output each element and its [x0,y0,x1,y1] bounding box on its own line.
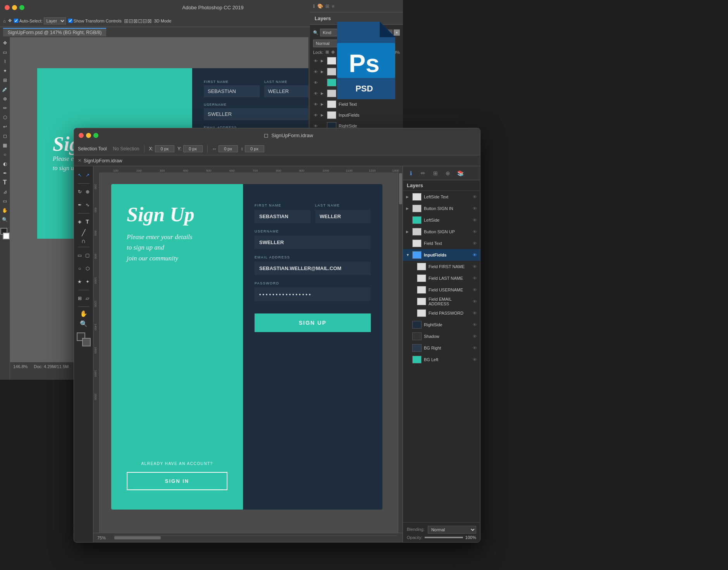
idraw-canvas[interactable]: Sign Up Please enter your details to sig… [100,172,398,533]
ps-path-tool[interactable]: ⊿ [1,188,9,196]
idraw-w-input[interactable] [219,145,238,152]
idraw-layer-leftside-text[interactable]: ▶ LeftSide Text 👁 [403,191,480,203]
idraw-layer-shadow[interactable]: Shadow 👁 [403,331,480,342]
idraw-lastname-input[interactable]: WELLER [315,210,371,223]
minimize-button[interactable] [12,5,17,10]
ps-dodge-tool[interactable]: ◐ [1,160,9,168]
idraw-username-input[interactable]: SWELLER [255,236,371,249]
ps-blur-tool[interactable]: ○ [1,150,9,159]
idraw-component-icon[interactable]: ⊕ [443,169,453,178]
idraw-firstname-input[interactable]: SEBASTIAN [255,210,310,223]
move-tool-icon[interactable]: ✥ [8,18,12,23]
idraw-layer-inputfields[interactable]: ▼ InputFields 👁 [403,249,480,261]
ps-zoom-tool[interactable]: 🔍 [1,215,9,224]
idraw-vis-icon[interactable]: 👁 [473,276,477,281]
layer-vis-icon[interactable]: 👁 [313,58,318,64]
idraw-zoom-tool[interactable]: 🔍 [77,319,91,328]
idraw-expand-icon[interactable]: ▼ [406,253,410,257]
idraw-vis-icon[interactable]: 👁 [473,229,477,234]
idraw-maximize-button[interactable] [93,133,98,138]
idraw-scale-tool[interactable]: ⊕ [84,186,91,198]
ps-stamp-tool[interactable]: ⬡ [1,113,9,122]
idraw-layer-field-firstname[interactable]: Field FIRST NAME 👁 [403,261,480,272]
idraw-layer-button-signin[interactable]: ▶ Button SIGN IN 👁 [403,203,480,214]
idraw-pen-tool[interactable]: ✒ [76,199,83,211]
idraw-layer-bgright[interactable]: BG Right 👁 [403,342,480,354]
idraw-vis-icon[interactable]: 👁 [473,357,477,362]
idraw-x-input[interactable] [155,145,174,152]
idraw-curve-tool[interactable]: ∩ [77,238,91,245]
idraw-vis-icon[interactable]: 👁 [473,299,477,304]
idraw-layer-rightside[interactable]: RightSide 👁 [403,319,480,331]
ps-gradient-tool[interactable]: ▦ [1,141,9,150]
idraw-vis-icon[interactable]: 👁 [473,206,477,211]
lock-pixel-icon[interactable]: ⊞ [325,50,329,55]
layer-item-field-text[interactable]: 👁 ▶ Field Text [310,99,403,110]
ps-healing-tool[interactable]: ⊕ [1,95,9,103]
ps-eyedropper-tool[interactable]: 💉 [1,85,9,94]
idraw-star-tool[interactable]: ★ [76,276,83,288]
idraw-ellipse-tool[interactable]: ○ [76,263,83,274]
ps-shape-tool[interactable]: ▭ [1,197,9,205]
layer-item-inputfields[interactable]: 👁 ▶ InputFields [310,110,403,121]
ps-magic-wand-tool[interactable]: ✦ [1,67,9,75]
idraw-polygon-tool[interactable]: ⬡ [84,263,91,274]
ps-document-tab[interactable]: SignUpForm.psd @ 147% (BG Right, RGB/8) [3,28,106,36]
ps-brush-tool[interactable]: ✏ [1,104,9,112]
ps-eraser-tool[interactable]: ◻ [1,132,9,140]
idraw-vis-icon[interactable]: 👁 [473,311,477,315]
idraw-stroke-swatch[interactable] [82,338,91,346]
idraw-color-swatches[interactable] [77,332,91,346]
idraw-v-scrollbar[interactable] [398,172,403,533]
idraw-hand-tool[interactable]: ✋ [77,309,91,318]
ps-marquee-tool[interactable]: ▭ [1,48,9,57]
idraw-bezier-tool[interactable]: ∿ [84,199,91,211]
layer-vis-icon[interactable]: 👁 [313,80,318,85]
ps-panel-layers-icon[interactable]: ≡ [332,3,334,9]
idraw-vis-icon[interactable]: 👁 [473,253,477,257]
ps-username-input[interactable]: SWELLER [204,108,308,120]
idraw-vector-tool[interactable]: ⊞ [76,293,83,304]
maximize-button[interactable] [19,5,24,10]
idraw-grid-icon[interactable]: ⊞ [431,169,440,178]
idraw-h-scrollbar[interactable] [114,536,397,540]
idraw-h-scroll-thumb[interactable] [114,536,161,539]
idraw-vis-icon[interactable]: 👁 [473,322,477,327]
idraw-layer-button-signup[interactable]: ▶ Button SIGN UP 👁 [403,226,480,238]
layer-select[interactable]: Layer Group [44,17,66,24]
idraw-h-input[interactable] [245,145,264,152]
ps-pen-tool[interactable]: ✒ [1,169,9,177]
idraw-y-input[interactable] [183,145,203,152]
3d-mode[interactable]: 3D Mode [154,19,172,23]
idraw-rect-tool[interactable]: ▭ [76,250,83,261]
layer-expand-icon[interactable]: ▶ [321,91,325,95]
idraw-direct-select-tool[interactable]: ↗ [84,169,91,181]
idraw-pattern-tool[interactable]: ◈ [76,216,83,227]
layer-vis-icon[interactable]: 👁 [313,112,318,118]
idraw-layer-field-password[interactable]: Field PASSWORD 👁 [403,307,480,319]
idraw-tab-name[interactable]: SignUpForm.idraw [84,158,122,164]
ps-text-tool[interactable]: T [1,178,9,187]
ps-panel-color-icon[interactable]: 🎨 [317,3,323,9]
layer-expand-icon[interactable]: ▶ [321,102,325,106]
idraw-vis-icon[interactable]: 👁 [473,346,477,350]
auto-select-checkbox[interactable] [14,19,18,23]
show-transform-checkbox[interactable] [68,19,72,23]
idraw-style-icon[interactable]: ✏ [418,169,428,178]
ps-panel-grid-icon[interactable]: ⊞ [325,3,329,9]
ps-color-swatch[interactable] [0,228,10,239]
home-icon[interactable]: ⌂ [3,19,6,23]
idraw-layer-field-lastname[interactable]: Field LAST NAME 👁 [403,272,480,284]
layer-vis-icon[interactable]: 👁 [313,102,318,107]
idraw-vis-icon[interactable]: 👁 [473,218,477,222]
idraw-minimize-button[interactable] [86,133,91,138]
idraw-rounded-rect-tool[interactable]: ▢ [84,250,91,261]
idraw-arrow-tool[interactable]: ↖ [76,169,83,181]
ps-move-tool[interactable]: ✥ [1,39,9,47]
idraw-layer-field-email[interactable]: Field EMAIL ADDRESS 👁 [403,296,480,307]
idraw-close-button[interactable] [79,133,84,138]
layer-vis-icon[interactable]: 👁 [313,91,318,96]
idraw-email-input[interactable]: SEBASTIAN.WELLER@MAIL.COM [255,262,371,275]
idraw-v-scroll-thumb[interactable] [399,173,402,204]
ps-crop-tool[interactable]: ⊞ [1,76,9,84]
